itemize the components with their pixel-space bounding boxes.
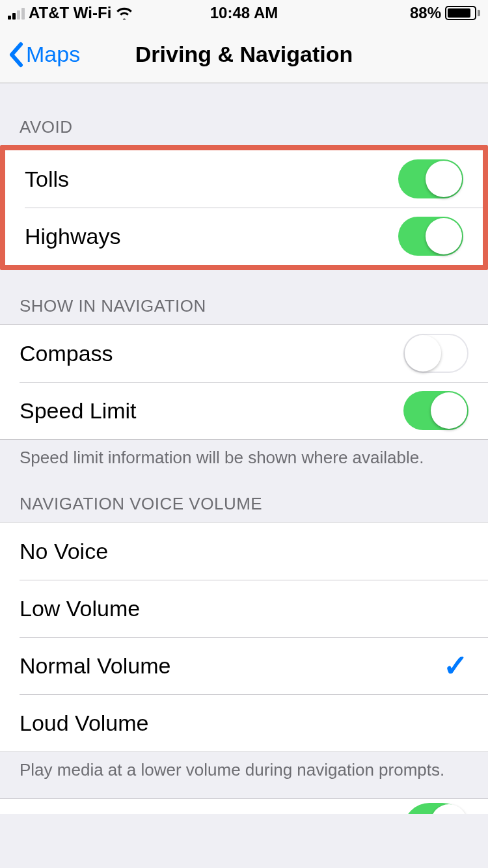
nav-header: Maps Driving & Navigation — [0, 26, 488, 83]
row-avoid-tolls[interactable]: Tolls — [5, 150, 483, 208]
battery-percentage: 88% — [410, 4, 441, 22]
show-in-nav-group: Compass Speed Limit — [0, 324, 488, 440]
row-compass[interactable]: Compass — [0, 325, 488, 382]
row-voice-normal[interactable]: Normal Volume ✓ — [0, 637, 488, 694]
row-label: Tolls — [25, 167, 69, 192]
section-header-show-in-nav: SHOW IN NAVIGATION — [0, 270, 488, 324]
row-avoid-highways[interactable]: Highways — [5, 208, 483, 265]
row-voice-low[interactable]: Low Volume — [0, 580, 488, 637]
footer-voice: Play media at a lower volume during navi… — [0, 752, 488, 780]
row-label: Low Volume — [20, 596, 140, 621]
status-right: 88% — [410, 4, 480, 22]
row-voice-none[interactable]: No Voice — [0, 522, 488, 580]
chevron-left-icon — [8, 42, 23, 68]
toggle-partial[interactable] — [403, 803, 468, 814]
back-label: Maps — [26, 42, 80, 67]
status-bar: AT&T Wi-Fi 10:48 AM 88% — [0, 0, 488, 26]
row-speed-limit[interactable]: Speed Limit — [0, 382, 488, 439]
section-header-voice: NAVIGATION VOICE VOLUME — [0, 468, 488, 522]
footer-speed-limit: Speed limit information will be shown wh… — [0, 440, 488, 468]
checkmark-icon: ✓ — [443, 648, 468, 683]
partial-next-row[interactable] — [0, 798, 488, 814]
status-time: 10:48 AM — [210, 4, 278, 22]
page-title: Driving & Navigation — [135, 42, 353, 67]
toggle-tolls[interactable] — [398, 159, 463, 198]
toggle-compass[interactable] — [403, 334, 468, 373]
wifi-icon — [115, 7, 133, 20]
cellular-signal-icon — [8, 7, 25, 20]
row-label: Compass — [20, 341, 113, 366]
carrier-label: AT&T Wi-Fi — [29, 4, 111, 22]
battery-icon — [445, 6, 480, 20]
voice-group: No Voice Low Volume Normal Volume ✓ Loud… — [0, 522, 488, 752]
status-left: AT&T Wi-Fi — [8, 4, 133, 22]
toggle-speed-limit[interactable] — [403, 391, 468, 430]
row-label: No Voice — [20, 539, 108, 564]
row-label: Highways — [25, 224, 120, 249]
toggle-highways[interactable] — [398, 217, 463, 256]
row-voice-loud[interactable]: Loud Volume — [0, 694, 488, 752]
row-label: Loud Volume — [20, 711, 149, 736]
avoid-group-highlight: Tolls Highways — [0, 145, 488, 270]
back-button[interactable]: Maps — [8, 42, 80, 68]
row-label: Normal Volume — [20, 653, 170, 679]
row-label: Speed Limit — [20, 398, 137, 424]
section-header-avoid: AVOID — [0, 83, 488, 145]
